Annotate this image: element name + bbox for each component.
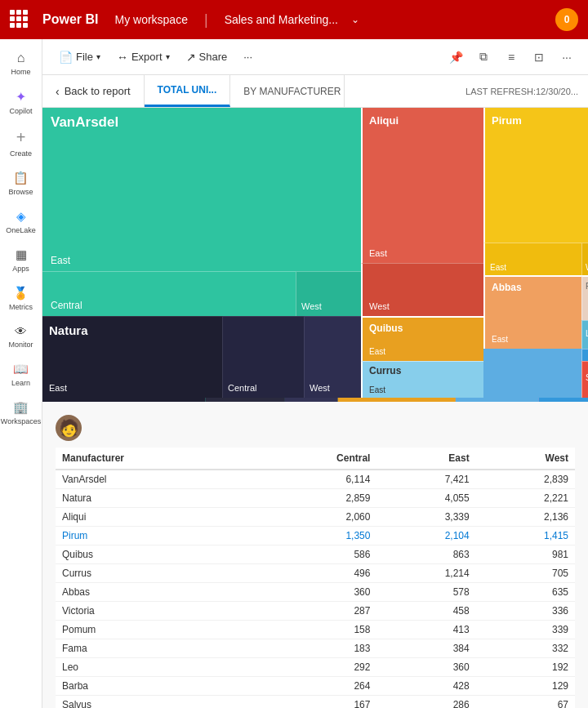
sidebar-item-learn[interactable]: 📖 Learn [2, 357, 41, 392]
col-header-manufacturer: Manufacturer [56, 448, 253, 470]
export-button[interactable]: ↔ Export ▾ [110, 47, 176, 67]
cell-west: 1,415 [476, 527, 575, 545]
tab-by-manufacturer[interactable]: BY MANUFACTURER ... [230, 75, 345, 107]
treemap-salvus[interactable]: Salvus [581, 361, 588, 398]
user-avatar[interactable]: 0 [555, 8, 578, 31]
cell-west: 2,839 [476, 470, 575, 489]
workspace-name[interactable]: My workspace [114, 13, 187, 26]
cell-manufacturer: Salvus [56, 696, 253, 709]
cell-manufacturer: Victoria [56, 602, 253, 621]
table-row[interactable]: Fama 183 384 332 [56, 639, 575, 658]
toolbar-more-icon[interactable]: ··· [555, 46, 578, 69]
treemap-leo[interactable]: Leo [581, 320, 588, 349]
table-body: VanArsdel 6,114 7,421 2,839 Natura 2,859… [56, 470, 575, 708]
cell-east: 286 [376, 696, 475, 709]
quibus-east-label: East [369, 347, 385, 356]
treemap-quibus[interactable]: Quibus East [361, 316, 483, 361]
treemap-aliqui-west[interactable]: West [361, 263, 483, 316]
sidebar-item-create[interactable]: + Create [2, 123, 41, 163]
treemap-natura-west[interactable]: West [304, 316, 361, 398]
share-button[interactable]: ↗ Share [180, 47, 234, 67]
treemap-aliqui[interactable]: Aliqui East [361, 108, 483, 263]
sidebar: ⌂ Home ✦ Copilot + Create 📋 Browse ◈ One… [0, 39, 42, 708]
treemap-natura[interactable]: Natura East [42, 316, 222, 398]
top-navigation: Power BI My workspace | Sales and Market… [0, 0, 588, 39]
treemap-pomum-overlay [483, 349, 581, 398]
cell-central: 360 [253, 583, 376, 602]
cell-west: 332 [476, 639, 575, 658]
abbas-east-label: East [492, 335, 508, 344]
table-row[interactable]: Natura 2,859 4,055 2,221 [56, 489, 575, 508]
treemap-pirum-west[interactable]: West [581, 243, 588, 275]
currus-east-label: East [369, 385, 385, 394]
back-to-report-button[interactable]: ‹ Back to report [42, 75, 145, 107]
table-row[interactable]: Leo 292 360 192 [56, 658, 575, 677]
cell-manufacturer: Natura [56, 489, 253, 508]
filter-icon[interactable]: ≡ [500, 46, 523, 69]
table-row[interactable]: Salvus 167 286 67 [56, 696, 575, 709]
table-row[interactable]: Victoria 287 458 336 [56, 602, 575, 621]
cell-east: 428 [376, 677, 475, 696]
table-row[interactable]: Currus 496 1,214 705 [56, 564, 575, 583]
table-row[interactable]: Pomum 158 413 339 [56, 621, 575, 639]
tab-total-units[interactable]: TOTAL UNI... [145, 75, 231, 107]
treemap-vanarsdel-central[interactable]: Central [42, 271, 296, 316]
treemap-abbas[interactable]: Abbas East [483, 275, 581, 349]
report-name[interactable]: Sales and Marketing... [225, 13, 338, 26]
cell-west: 2,136 [476, 508, 575, 527]
treemap-currus[interactable]: Currus East [361, 361, 483, 398]
cell-manufacturer: Currus [56, 564, 253, 583]
sidebar-item-browse[interactable]: 📋 Browse [2, 166, 41, 201]
cell-central: 2,060 [253, 508, 376, 527]
treemap-visualization[interactable]: VanArsdel East Central West Natura East [42, 108, 588, 402]
treemap-pirum[interactable]: Pirum [483, 108, 588, 243]
sidebar-item-metrics[interactable]: 🏅 Metrics [2, 281, 41, 316]
focus-icon[interactable]: ⊡ [528, 46, 550, 69]
toolbar: 📄 File ▾ ↔ Export ▾ ↗ Share ··· 📌 ⧉ ≡ ⊡ [42, 39, 588, 75]
table-row[interactable]: Abbas 360 578 635 [56, 583, 575, 602]
report-chevron-icon[interactable]: ⌄ [351, 14, 359, 25]
nav-right-section: 0 [555, 8, 578, 31]
sidebar-item-copilot[interactable]: ✦ Copilot [2, 84, 41, 120]
cell-manufacturer: Quibus [56, 545, 253, 564]
file-label: File [76, 51, 93, 63]
cell-central: 264 [253, 677, 376, 696]
file-button[interactable]: 📄 File ▾ [52, 47, 107, 67]
more-button[interactable]: ··· [237, 47, 259, 66]
copy-icon[interactable]: ⧉ [472, 46, 495, 69]
table-header: 🧑 [56, 408, 575, 448]
treemap-vanarsdel-west[interactable]: West [296, 271, 361, 316]
waffle-menu-icon[interactable] [10, 10, 29, 29]
sidebar-item-monitor[interactable]: 👁 Monitor [2, 319, 41, 354]
table-row[interactable]: Aliqui 2,060 3,339 2,136 [56, 508, 575, 527]
export-label: Export [131, 51, 163, 63]
treemap-fama[interactable]: Farna [581, 275, 588, 320]
back-chevron-icon: ‹ [56, 85, 60, 98]
table-row[interactable]: Barba 264 428 129 [56, 677, 575, 696]
sidebar-item-apps[interactable]: ▦ Apps [2, 243, 41, 278]
treemap-natura-central[interactable]: Central [222, 316, 304, 398]
treemap-pirum-east[interactable]: East [483, 243, 581, 275]
sidebar-label-onelake: OneLake [6, 226, 36, 234]
natura-label: Natura [49, 323, 88, 337]
table-row[interactable]: Quibus 586 863 981 [56, 545, 575, 564]
cell-manufacturer: Aliqui [56, 508, 253, 527]
natura-central-label: Central [228, 383, 256, 393]
sidebar-item-home[interactable]: ⌂ Home [2, 46, 41, 81]
currus-label: Currus [369, 365, 401, 376]
main-layout: ⌂ Home ✦ Copilot + Create 📋 Browse ◈ One… [0, 39, 588, 708]
cell-central: 292 [253, 658, 376, 677]
cell-west: 2,221 [476, 489, 575, 508]
cell-manufacturer: Pirum [56, 527, 253, 545]
sidebar-item-workspaces[interactable]: 🏢 Workspaces [2, 395, 41, 430]
table-row[interactable]: VanArsdel 6,114 7,421 2,839 [56, 470, 575, 489]
pin-icon[interactable]: 📌 [444, 46, 467, 69]
table-row[interactable]: Pirum 1,350 2,104 1,415 [56, 527, 575, 545]
sidebar-label-create: Create [10, 149, 32, 158]
cell-east: 1,214 [376, 564, 475, 583]
sidebar-label-copilot: Copilot [9, 107, 32, 115]
sidebar-item-onelake[interactable]: ◈ OneLake [2, 204, 41, 239]
treemap-vanarsdel-east[interactable]: VanArsdel East [42, 108, 361, 271]
cell-central: 158 [253, 621, 376, 639]
export-icon: ↔ [117, 51, 128, 64]
